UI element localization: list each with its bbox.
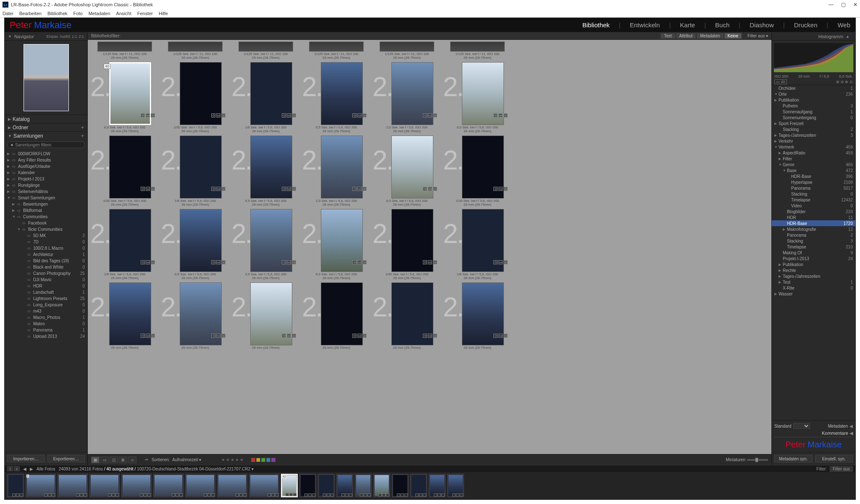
grid-cell[interactable]: 1/125 Sek. bei f / 11, ISO 10028 mm (28-… bbox=[160, 40, 231, 60]
sync-settings-button[interactable]: Einstell. syn. bbox=[815, 455, 853, 462]
grid-cell[interactable]: 1/125 Sek. bei f / 11, ISO 10028 mm (28-… bbox=[372, 40, 442, 60]
filter-tab-text[interactable]: Text bbox=[661, 33, 675, 39]
keyword-item[interactable]: ▶Filter bbox=[772, 156, 855, 162]
keyword-item[interactable]: Panorama2 bbox=[772, 232, 855, 238]
collection-item[interactable]: ▭5D MK2 bbox=[5, 232, 87, 239]
collection-item[interactable]: ▶▭Bildformat bbox=[5, 207, 87, 214]
grid-cell[interactable]: 2. ◇▭○ 28 mm (28-75mm) bbox=[442, 281, 513, 350]
grid-cell[interactable]: 1/125 Sek. bei f / 11, ISO 10028 mm (28-… bbox=[442, 40, 513, 60]
menu-metadaten[interactable]: Metadaten bbox=[89, 11, 110, 16]
keyword-item[interactable]: ▶Sport Freizeit bbox=[772, 120, 855, 126]
filmstrip-thumb[interactable] bbox=[410, 474, 427, 497]
collection-item[interactable]: ▶▭Seitenverhältnis bbox=[5, 188, 87, 195]
collection-item[interactable]: ▼▭flickr Communities bbox=[5, 226, 87, 232]
folders-header[interactable]: ▶Ordner+ bbox=[5, 123, 87, 131]
collection-item[interactable]: ▭7D0 bbox=[5, 239, 87, 245]
keyword-item[interactable]: ▶Makrofotografie12 bbox=[772, 226, 855, 232]
nav-mode[interactable]: 1:1 bbox=[72, 34, 77, 39]
module-buch[interactable]: Buch bbox=[715, 21, 729, 29]
module-drucken[interactable]: Drucken bbox=[794, 21, 818, 29]
collection-item[interactable]: ▭DJI Mavic0 bbox=[5, 277, 87, 283]
collection-item[interactable]: ▼▭Communities bbox=[5, 214, 87, 220]
keyword-item[interactable]: Timelapse12432 bbox=[772, 197, 855, 203]
grid-view-button[interactable]: ▦ bbox=[91, 457, 100, 463]
grid-cell[interactable]: 1/125 Sek. bei f / 11, ISO 10028 mm (28-… bbox=[231, 40, 301, 60]
color-label[interactable] bbox=[271, 458, 275, 462]
module-bibliothek[interactable]: Bibliothek bbox=[582, 21, 610, 29]
grid-cell[interactable]: 2. ◇▭○ 1/30 Sek. bei f / 5,6, ISO 20028 … bbox=[442, 134, 513, 207]
grid-cell[interactable]: 1/125 Sek. bei f / 11, ISO 10028 mm (28-… bbox=[301, 40, 372, 60]
grid-cell[interactable]: 2. ◇▭○ 28 mm (28-75mm) bbox=[231, 281, 301, 350]
collection-item[interactable]: ▭HDR0 bbox=[5, 283, 87, 289]
collection-item[interactable]: ▶▭000WORKFLOW bbox=[5, 151, 87, 157]
menu-datei[interactable]: Datei bbox=[3, 11, 13, 16]
filmstrip-thumb[interactable]: 40 bbox=[281, 474, 298, 497]
nav-mode[interactable]: Einpas bbox=[46, 34, 58, 39]
import-button[interactable]: Importieren… bbox=[7, 455, 45, 462]
grid-cell[interactable]: 2. ◇▭○ 1/30 Sek. bei f / 5,6, ISO 20028 … bbox=[160, 60, 231, 134]
menu-ansicht[interactable]: Ansicht bbox=[116, 11, 131, 16]
collection-item[interactable]: ▶▭Projekt-I 2013 bbox=[5, 176, 87, 182]
filmstrip-thumb[interactable] bbox=[336, 474, 353, 497]
grid-cell[interactable]: 2. ◇▭○ 0,5 Sek. bei f / 5,6, ISO 20028 m… bbox=[160, 207, 231, 281]
module-entwickeln[interactable]: Entwickeln bbox=[630, 21, 660, 29]
keyword-item[interactable]: HDR-Base1720 bbox=[772, 220, 855, 226]
second-window-button-2[interactable]: 2 bbox=[14, 466, 20, 471]
collection-item[interactable]: ▭m430 bbox=[5, 308, 87, 314]
collection-item[interactable]: ▭Facebook bbox=[5, 220, 87, 226]
keyword-item[interactable]: ▼Orte236 bbox=[772, 91, 855, 97]
nav-back-button[interactable]: ◀ bbox=[23, 467, 26, 471]
keyword-item[interactable]: X-Rite0 bbox=[772, 285, 855, 291]
collection-item[interactable]: ▼▭Smart Sammlungen bbox=[5, 195, 87, 201]
histogram-header[interactable]: Histogramm ▲ bbox=[772, 32, 855, 41]
filmstrip-thumb[interactable] bbox=[217, 474, 247, 497]
catalog-header[interactable]: ▶Katalog bbox=[5, 115, 87, 123]
collections-header[interactable]: ▼Sammlungen+ bbox=[5, 131, 87, 140]
keyword-item[interactable]: Making Of9 bbox=[772, 250, 855, 256]
keyword-item[interactable]: ▼Vermerk459 bbox=[772, 144, 855, 150]
painter-tool-icon[interactable]: ✑ bbox=[145, 457, 148, 462]
menu-hilfe[interactable]: Hilfe bbox=[159, 11, 168, 16]
grid-cell[interactable]: 2. ◇▭○ 8,0 Sek. bei f / 5,6, ISO 20028 m… bbox=[442, 60, 513, 134]
collection-item[interactable]: ▭100/2.8 L Macro0 bbox=[5, 245, 87, 251]
filmstrip-thumb[interactable] bbox=[58, 474, 88, 497]
filmstrip-thumb[interactable] bbox=[355, 474, 372, 497]
collection-item[interactable]: ▭Bild des Tages (18)0 bbox=[5, 258, 87, 264]
keyword-item[interactable]: Orchidee1 bbox=[772, 85, 855, 91]
keyword-item[interactable]: Timelapse210 bbox=[772, 244, 855, 250]
minimize-button[interactable]: — bbox=[829, 2, 834, 8]
metadata-section-label[interactable]: Metadaten bbox=[828, 424, 848, 428]
keyword-item[interactable]: ▶Tages-/Jahreszeiten bbox=[772, 273, 855, 279]
grid-cell[interactable]: 2. ◇▭○ 8,0 Sek. bei f / 5,6, ISO 20028 m… bbox=[372, 134, 442, 207]
filmstrip-thumb[interactable] bbox=[429, 474, 446, 497]
collection-item[interactable]: ▭Panorama1 bbox=[5, 327, 87, 333]
keyword-item[interactable]: Stacking3 bbox=[772, 238, 855, 244]
menu-fenster[interactable]: Fenster bbox=[137, 11, 153, 16]
loupe-view-button[interactable]: ▭ bbox=[100, 457, 109, 463]
grid-cell[interactable]: 1/125 Sek. bei f / 11, ISO 10028 mm (28-… bbox=[89, 40, 160, 60]
keyword-item[interactable]: HDR-Base396 bbox=[772, 173, 855, 179]
filmstrip-thumb[interactable] bbox=[153, 474, 184, 497]
color-label[interactable] bbox=[256, 458, 260, 462]
survey-view-button[interactable]: ⊞ bbox=[119, 457, 127, 463]
keyword-item[interactable]: HDR11 bbox=[772, 214, 855, 220]
metadata-preset-select[interactable] bbox=[793, 423, 810, 429]
filmstrip-source[interactable]: Alle Fotos 24093 von 24116 Fotos / 40 au… bbox=[37, 467, 254, 471]
filmstrip-thumb[interactable] bbox=[392, 474, 409, 497]
nav-fwd-button[interactable]: ▶ bbox=[30, 467, 33, 471]
module-web[interactable]: Web bbox=[837, 21, 850, 29]
second-window-button[interactable]: 1 bbox=[7, 466, 13, 471]
collection-item[interactable]: ▭Canon Photography25 bbox=[5, 270, 87, 277]
keyword-item[interactable]: ▼Base472 bbox=[772, 167, 855, 173]
collection-item[interactable]: ▶▭Kalender bbox=[5, 170, 87, 176]
grid-cell[interactable]: 2. ◇▭○ 1/8 Sek. bei f / 5,6, ISO 20028 m… bbox=[160, 134, 231, 207]
collection-item[interactable]: ▭Lightroom Presets25 bbox=[5, 295, 87, 302]
collection-item[interactable]: ▭Makro0 bbox=[5, 321, 87, 327]
collection-item[interactable]: ▭Macro_Photos1 bbox=[5, 314, 87, 321]
grid-cell[interactable]: 2. ◇▭○ 2,0 Sek. bei f / 5,6, ISO 20028 m… bbox=[301, 134, 372, 207]
keyword-item[interactable]: ▶Publikation bbox=[772, 261, 855, 267]
menu-bibliothek[interactable]: Bibliothek bbox=[47, 11, 68, 16]
grid-cell[interactable]: 2. ◇▭○ 1/30 Sek. bei f / 5,6, ISO 20028 … bbox=[372, 207, 442, 281]
keyword-item[interactable]: ▶Rechte bbox=[772, 267, 855, 273]
collection-item[interactable]: ▭Black and White0 bbox=[5, 264, 87, 270]
